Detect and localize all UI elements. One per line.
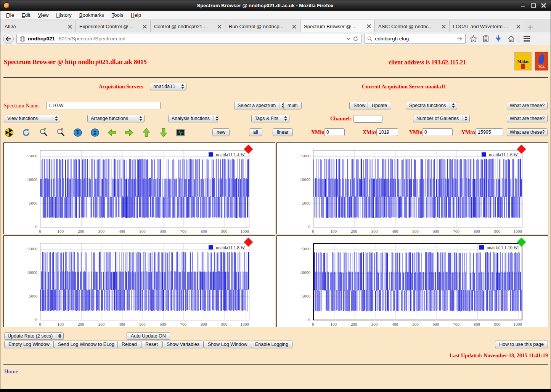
zoom-in-icon[interactable]	[39, 128, 48, 137]
go-arrow-icon[interactable]	[457, 37, 463, 41]
navigation-bar: nndhcp021:8015/Spectrum/Spectrum.tml edi…	[0, 32, 551, 45]
analysis-functions-dropdown[interactable]: Analysis functions	[168, 115, 218, 122]
search-input[interactable]: edinburgh elog	[375, 36, 455, 42]
divider	[3, 77, 548, 78]
tab-close-icon[interactable]	[516, 24, 520, 29]
display-icon[interactable]	[176, 128, 185, 137]
new-button[interactable]: new	[212, 128, 230, 136]
spinner-icon	[179, 84, 184, 89]
tab-run-control[interactable]: Run Control @ nndhcp...	[225, 21, 300, 32]
spectrum-chart-2[interactable]: nnaida11 1.6.W 050001000015000 010020030…	[276, 142, 548, 234]
close-button[interactable]	[541, 3, 546, 8]
number-of-galleries-dropdown[interactable]: Number of Galleries	[413, 115, 470, 122]
spinner-icon	[282, 116, 287, 121]
update-rate-dropdown[interactable]: Update Rate (2 secs)	[4, 332, 64, 340]
reload-icon[interactable]	[353, 36, 358, 42]
url-dropdown-icon[interactable]	[346, 37, 350, 40]
all-button[interactable]: all	[249, 128, 262, 136]
menu-file[interactable]: File	[3, 11, 18, 19]
select-spectrum-dropdown[interactable]: Select a spectrum	[234, 102, 287, 109]
plot-area[interactable]	[40, 150, 249, 227]
reset-button[interactable]: Reset	[141, 341, 162, 348]
acquisition-server-select[interactable]: nnaida11	[150, 83, 186, 90]
spectra-functions-dropdown[interactable]: Spectra functions	[406, 102, 457, 109]
plot-area[interactable]	[40, 243, 249, 320]
menu-history[interactable]: History	[53, 11, 75, 19]
multi-button[interactable]: multi	[283, 102, 302, 109]
bookmarks-list-icon[interactable]	[481, 34, 491, 44]
minimize-button[interactable]	[520, 3, 525, 8]
tags-fits-dropdown[interactable]: Tags & Fits	[251, 115, 289, 122]
refresh-icon[interactable]	[21, 128, 31, 137]
xmin-input[interactable]	[324, 128, 345, 136]
channel-input[interactable]	[353, 115, 382, 123]
tab-asic-control[interactable]: ASIC Control @ nndhc...	[375, 21, 450, 32]
spectrum-chart-4[interactable]: nnaida11 1.10.W 050001000015000 01002003…	[276, 235, 548, 327]
tab-close-icon[interactable]	[367, 24, 371, 29]
zoom-out-icon[interactable]	[56, 128, 65, 137]
legend-swatch	[482, 152, 486, 157]
what-are-these-button-2[interactable]: What are these?	[507, 115, 548, 122]
menu-tools[interactable]: Tools	[108, 11, 127, 19]
reload-button[interactable]: Reload	[117, 341, 141, 348]
radiation-icon[interactable]	[4, 128, 14, 137]
tcl-logo[interactable]: TCL	[535, 52, 548, 70]
arrow-down-icon[interactable]	[159, 128, 168, 137]
downloads-icon[interactable]	[493, 34, 503, 44]
tab-control[interactable]: Control @ nndhcp021....	[151, 21, 225, 32]
xmax-input[interactable]	[376, 128, 398, 136]
current-server-label: Current Acquisition Server nnaida11	[362, 84, 446, 90]
menu-view[interactable]: View	[34, 11, 52, 19]
new-tab-button[interactable]	[524, 22, 536, 32]
spectrum-chart-3[interactable]: nnaida11 1.8.W 050001000015000 010020030…	[3, 235, 275, 327]
plot-area[interactable]	[313, 150, 522, 227]
search-bar[interactable]: edinburgh elog	[364, 34, 466, 44]
what-are-these-button-3[interactable]: What are these?	[507, 128, 548, 136]
home-link[interactable]: Home	[4, 368, 18, 375]
spectrum-chart-1[interactable]: nnaida11 1.4.W 050001000015000 010020030…	[3, 142, 275, 234]
url-bar[interactable]: nndhcp021:8015/Spectrum/Spectrum.tml	[16, 34, 361, 44]
view-functions-dropdown[interactable]: View functions	[4, 115, 60, 122]
update-button[interactable]: Update	[368, 102, 391, 109]
scroll-down-icon[interactable]	[73, 128, 82, 137]
what-are-these-button-1[interactable]: What are these?	[507, 102, 548, 109]
linear-button[interactable]: linear	[273, 128, 293, 136]
arrow-up-icon[interactable]	[141, 128, 151, 137]
arrow-right-icon[interactable]	[124, 128, 134, 137]
spectrum-name-input[interactable]	[46, 102, 161, 109]
home-icon[interactable]	[506, 34, 516, 44]
legend-swatch	[479, 245, 484, 250]
ymax-input[interactable]	[475, 128, 503, 136]
show-log-button[interactable]: Show Log Window	[204, 341, 252, 348]
tab-close-icon[interactable]	[442, 24, 446, 29]
maximize-button[interactable]	[531, 3, 536, 8]
tab-close-icon[interactable]	[68, 24, 72, 29]
tab-close-icon[interactable]	[143, 24, 147, 29]
enable-logging-button[interactable]: Enable Logging	[251, 341, 292, 348]
tab-spectrum-browser[interactable]: Spectrum Browser @ ...	[300, 20, 375, 32]
tab-local-waveform[interactable]: LOCAL and Waveform ...	[450, 21, 524, 32]
menu-bookmarks[interactable]: Bookmarks	[76, 11, 108, 19]
bookmark-star-icon[interactable]	[468, 34, 478, 44]
arrange-functions-dropdown[interactable]: Arrange functions	[87, 115, 145, 122]
menu-help[interactable]: Help	[127, 11, 145, 19]
tab-close-icon[interactable]	[292, 24, 296, 29]
tab-close-icon[interactable]	[217, 24, 222, 29]
auto-update-button[interactable]: Auto Update ON	[127, 332, 170, 340]
menu-hamburger-icon[interactable]	[522, 34, 532, 44]
send-log-button[interactable]: Send Log Window to ELog	[54, 341, 119, 348]
ymin-input[interactable]	[422, 128, 453, 136]
menu-edit[interactable]: Edit	[18, 11, 34, 19]
back-button[interactable]	[3, 34, 14, 44]
spectrum-toolbar	[4, 128, 185, 137]
show-button[interactable]: Show	[349, 102, 369, 109]
scroll-up-icon[interactable]	[90, 128, 100, 137]
empty-log-button[interactable]: Empty Log Window	[4, 341, 54, 348]
how-to-use-button[interactable]: How to use this page	[495, 341, 548, 348]
show-variables-button[interactable]: Show Variables	[162, 341, 204, 348]
tab-experiment-control[interactable]: Experiment Control @ ...	[76, 21, 151, 32]
tab-aida[interactable]: AIDA	[1, 21, 76, 32]
plot-area[interactable]	[313, 243, 522, 320]
midas-logo[interactable]: Midas	[514, 52, 532, 70]
arrow-left-icon[interactable]	[107, 128, 117, 137]
